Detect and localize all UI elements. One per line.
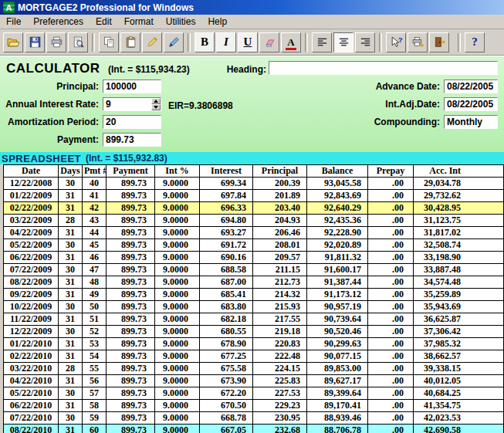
cell[interactable]: 9.0000	[155, 264, 200, 276]
cell[interactable]: 37,985.32	[414, 338, 504, 350]
cell[interactable]: 215.93	[253, 301, 307, 313]
cell[interactable]: 899.73	[107, 387, 155, 400]
cell[interactable]: .00	[368, 276, 414, 289]
cell[interactable]: 07/22/2010	[4, 412, 59, 425]
cell[interactable]: 697.84	[200, 190, 253, 202]
cell[interactable]: .00	[368, 313, 414, 326]
principal-input[interactable]	[103, 79, 161, 93]
cell[interactable]: 9.0000	[155, 375, 200, 387]
payment-input[interactable]	[103, 133, 161, 147]
cell[interactable]: 90,739.64	[307, 313, 368, 326]
cell[interactable]: 48	[83, 276, 107, 289]
menu-item-preferences[interactable]: Preferences	[27, 15, 90, 28]
cell[interactable]: 92,640.29	[307, 202, 368, 215]
cell[interactable]: 9.0000	[155, 276, 200, 289]
cell[interactable]: 41	[83, 190, 107, 202]
cell[interactable]: 89,853.00	[307, 363, 368, 375]
cell[interactable]: 07/22/2009	[4, 264, 59, 276]
cell[interactable]: 31	[59, 350, 83, 363]
cell[interactable]: 9.0000	[155, 363, 200, 375]
cell[interactable]: 41,354.75	[414, 400, 504, 412]
cell[interactable]: 899.73	[107, 276, 155, 289]
cell[interactable]: 219.18	[253, 326, 307, 338]
cell[interactable]: 30	[59, 264, 83, 276]
cell[interactable]: 9.0000	[155, 239, 200, 252]
rate-spinner-down[interactable]	[151, 104, 161, 110]
cell[interactable]: 89,399.64	[307, 387, 368, 400]
cell[interactable]: 899.73	[107, 326, 155, 338]
cell[interactable]: 230.95	[253, 412, 307, 425]
cell[interactable]: 31	[59, 202, 83, 215]
cell[interactable]: 06/22/2010	[4, 400, 59, 412]
cell[interactable]: 685.41	[200, 289, 253, 301]
cell[interactable]: 222.48	[253, 350, 307, 363]
cell[interactable]: 36,625.87	[414, 313, 504, 326]
cell[interactable]: 899.73	[107, 215, 155, 227]
cell[interactable]: 47	[83, 264, 107, 276]
cell[interactable]: 31	[59, 425, 83, 433]
cell[interactable]: 44	[83, 227, 107, 239]
cell[interactable]: 32,508.74	[414, 239, 504, 252]
align-left-button[interactable]	[312, 32, 332, 52]
cell[interactable]: 899.73	[107, 227, 155, 239]
cell[interactable]: 40	[83, 178, 107, 190]
cell[interactable]: 899.73	[107, 363, 155, 375]
cell[interactable]: 694.80	[200, 215, 253, 227]
cell[interactable]: .00	[368, 264, 414, 276]
cell[interactable]: 35,943.69	[414, 301, 504, 313]
cell[interactable]: .00	[368, 375, 414, 387]
bold-button[interactable]: B	[194, 32, 215, 52]
cell[interactable]: 02/22/2009	[4, 202, 59, 215]
column-header[interactable]: Balance	[307, 165, 368, 178]
cell[interactable]: 30	[59, 326, 83, 338]
cell[interactable]: 30,428.95	[414, 202, 504, 215]
cell[interactable]: 214.32	[253, 289, 307, 301]
cell[interactable]: 229.23	[253, 400, 307, 412]
cell[interactable]: 677.25	[200, 350, 253, 363]
menu-item-file[interactable]: File	[0, 15, 27, 28]
cell[interactable]: 39,338.15	[414, 363, 504, 375]
cell[interactable]: 9.0000	[155, 301, 200, 313]
cell[interactable]: 30	[59, 412, 83, 425]
pencil-button[interactable]	[142, 32, 162, 52]
cell[interactable]: 42,690.58	[414, 425, 504, 433]
cell[interactable]: 696.33	[200, 202, 253, 215]
cell[interactable]: 31	[59, 400, 83, 412]
cell[interactable]: 57	[83, 387, 107, 400]
cell[interactable]: 88,939.46	[307, 412, 368, 425]
cell[interactable]: 204.93	[253, 215, 307, 227]
cell[interactable]: 88,706.78	[307, 425, 368, 433]
cell[interactable]: .00	[368, 190, 414, 202]
print-button[interactable]	[46, 32, 66, 52]
help-button[interactable]: ?	[465, 32, 485, 52]
menu-item-utilities[interactable]: Utilities	[160, 15, 202, 28]
cell[interactable]: 9.0000	[155, 313, 200, 326]
cell[interactable]: 670.50	[200, 400, 253, 412]
cell[interactable]: .00	[368, 387, 414, 400]
column-header[interactable]: Date	[4, 165, 59, 178]
cell[interactable]: 899.73	[107, 425, 155, 433]
cell[interactable]: 225.83	[253, 375, 307, 387]
menu-item-help[interactable]: Help	[201, 15, 233, 28]
cell[interactable]: 899.73	[107, 289, 155, 301]
cell[interactable]: 54	[83, 350, 107, 363]
cell[interactable]: 9.0000	[155, 252, 200, 264]
cell[interactable]: .00	[368, 338, 414, 350]
cell[interactable]: 29,034.78	[414, 178, 504, 190]
eraser-button[interactable]	[259, 32, 279, 52]
cell[interactable]: 05/22/2010	[4, 387, 59, 400]
cell[interactable]: 12/22/2009	[4, 326, 59, 338]
cell[interactable]: 31	[59, 190, 83, 202]
cell[interactable]: 09/22/2009	[4, 289, 59, 301]
pen-button[interactable]	[164, 32, 184, 52]
cell[interactable]: .00	[368, 301, 414, 313]
cell[interactable]: 9.0000	[155, 178, 200, 190]
amortization-input[interactable]	[103, 115, 161, 129]
cell[interactable]: .00	[368, 252, 414, 264]
cell[interactable]: 29,732.62	[414, 190, 504, 202]
cell[interactable]: 899.73	[107, 400, 155, 412]
column-header[interactable]: Prepay	[368, 165, 414, 178]
cell[interactable]: 93,045.58	[307, 178, 368, 190]
cell[interactable]: 31,817.02	[414, 227, 504, 239]
cell[interactable]: 9.0000	[155, 412, 200, 425]
